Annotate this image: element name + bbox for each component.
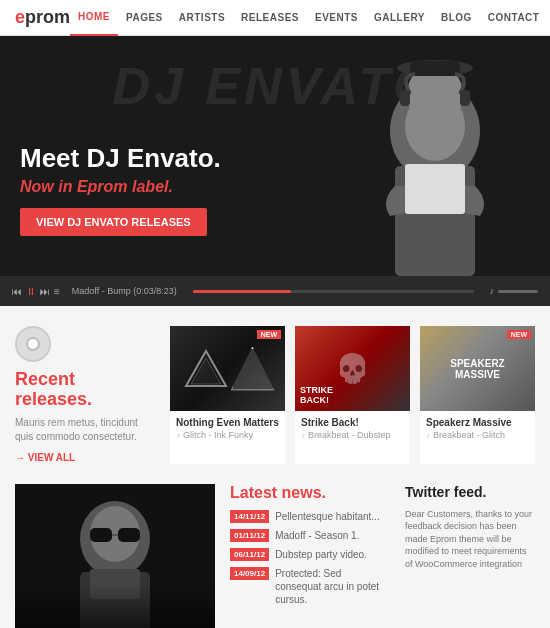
releases-title-plain: Recent [15,369,75,389]
news-text-4: Protected: Sed consequat arcu in potet c… [275,567,390,606]
hero-cta-button[interactable]: View DJ Envato releases [20,208,207,236]
player-volume: ♪ [490,286,539,296]
svg-rect-14 [90,528,112,542]
releases-section: Recent releases. Mauris rem metus, tinci… [15,326,535,464]
pause-button[interactable]: ⏸ [26,286,36,297]
volume-bar[interactable] [498,290,538,293]
release-name-1: Nothing Even Matters [176,417,279,428]
release-name-3: Speakerz Massive [426,417,529,428]
releases-view-all[interactable]: → VIEW ALL [15,452,75,463]
player-controls: ⏮ ⏸ ⏭ ≡ [12,286,60,297]
hero-subtitle: Now in Eprom label. [20,178,221,196]
hero-content: Meet DJ Envato. Now in Eprom label. View… [20,143,221,236]
release-artist-1: Glitch - Ink Funky [176,430,279,440]
news-title: Latest news. [230,484,390,502]
release-thumb-2: 💀 STRIKEBACK! [295,326,410,411]
nav-gallery[interactable]: GALLERY [366,0,433,36]
release-card-1: NEW Nothing Even Matters Glitch - Ink Fu… [170,326,285,464]
svg-rect-8 [405,164,465,214]
nav-contact[interactable]: CONTACT [480,0,548,36]
svg-rect-4 [410,61,460,76]
release-info-2: Strike Back! Breakbeat - Dubstep [295,411,410,444]
news-item-2: 01/11/12 Madoff - Season 1. [230,529,390,542]
disc-icon [15,326,51,362]
release-card-3: NEW SPEAKERZMASSIVE Speakerz Massive Bre… [420,326,535,464]
release-artist-2: Breakbeat - Dubstep [301,430,404,440]
news-date-1: 14/11/12 [230,510,269,523]
news-text-3: Dubstep party video. [275,548,367,561]
twitter-section: Twitter feed. Dear Customers, thanks to … [405,484,535,628]
releases-description: Mauris rem metus, tincidunt quis commodo… [15,416,155,444]
new-badge-1: NEW [257,330,281,339]
strike-text: STRIKEBACK! [300,386,333,406]
next-button[interactable]: ⏭ [40,286,50,297]
logo-e: e [15,7,25,28]
news-title-accent: news. [282,484,326,501]
track-name: Madoff - Bump [72,286,131,296]
release-info-1: Nothing Even Matters Glitch - Ink Funky [170,411,285,444]
twitter-text: Dear Customers, thanks to your feedback … [405,508,535,571]
news-section: Latest news. 14/11/12 Pellentesque habit… [230,484,390,628]
release-thumb-3: NEW SPEAKERZMASSIVE [420,326,535,411]
news-text-1: Pellentesque habitant... [275,510,380,523]
main-nav: HOME PAGES ARTISTS RELEASES EVENTS GALLE… [70,0,547,36]
logo-text: prom [25,7,70,28]
releases-left: Recent releases. Mauris rem metus, tinci… [15,326,155,464]
volume-icon: ♪ [490,286,495,296]
news-date-4: 14/09/12 [230,567,269,580]
track-time: (0:03/8:23) [133,286,177,296]
releases-title-accent: releases. [15,389,92,409]
logo[interactable]: eprom [15,7,70,28]
news-text-2: Madoff - Season 1. [275,529,359,542]
player-track: Madoff - Bump (0:03/8:23) [72,286,177,296]
dj-image [340,56,530,276]
releases-grid: NEW Nothing Even Matters Glitch - Ink Fu… [170,326,535,464]
playlist-button[interactable]: ≡ [54,286,60,297]
speakerz-text: SPEAKERZMASSIVE [450,358,504,380]
hero-subtitle-plain: Now in [20,178,77,195]
news-title-plain: Latest [230,484,282,501]
new-badge-3: NEW [507,330,531,339]
news-date-2: 01/11/12 [230,529,269,542]
hero-title: Meet DJ Envato. [20,143,221,174]
nav-artists[interactable]: ARTISTS [171,0,233,36]
news-item-1: 14/11/12 Pellentesque habitant... [230,510,390,523]
skull-icon: 💀 [335,352,370,385]
news-item-4: 14/09/12 Protected: Sed consequat arcu i… [230,567,390,606]
nav-pages[interactable]: PAGES [118,0,171,36]
site-header: eprom HOME PAGES ARTISTS RELEASES EVENTS… [0,0,550,36]
nav-home[interactable]: HOME [70,0,118,36]
hero-subtitle-brand: Eprom label. [77,178,173,195]
news-date-3: 06/11/12 [230,548,269,561]
svg-rect-15 [118,528,140,542]
release-card-2: 💀 STRIKEBACK! Strike Back! Breakbeat - D… [295,326,410,464]
artist-feature [15,484,215,628]
nav-blog[interactable]: BLOG [433,0,480,36]
svg-rect-5 [400,90,410,106]
player-progress[interactable] [193,290,474,293]
prev-button[interactable]: ⏮ [12,286,22,297]
artist-feature-gradient [15,584,215,628]
releases-title: Recent releases. [15,370,155,410]
nav-releases[interactable]: RELEASES [233,0,307,36]
nav-events[interactable]: EVENTS [307,0,366,36]
release-thumb-1: NEW [170,326,285,411]
release-name-2: Strike Back! [301,417,404,428]
twitter-title: Twitter feed. [405,484,535,500]
main-content: Recent releases. Mauris rem metus, tinci… [0,306,550,628]
player-bar: ⏮ ⏸ ⏭ ≡ Madoff - Bump (0:03/8:23) ♪ [0,276,550,306]
news-item-3: 06/11/12 Dubstep party video. [230,548,390,561]
hero-section: DJ ENVATO Meet DJ Envato. Now [0,36,550,276]
bottom-section: Latest news. 14/11/12 Pellentesque habit… [15,484,535,628]
player-progress-fill [193,290,291,293]
release-info-3: Speakerz Massive Breakbeat - Glitch [420,411,535,444]
release-artist-3: Breakbeat - Glitch [426,430,529,440]
svg-rect-6 [460,90,470,106]
